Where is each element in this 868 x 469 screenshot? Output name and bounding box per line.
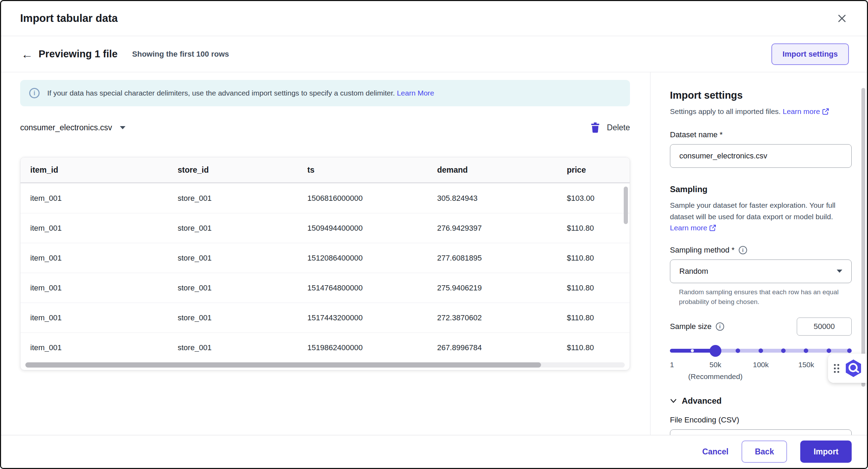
- sample-size-label: Sample size i: [670, 322, 724, 331]
- learn-more-label: Learn more: [670, 224, 707, 232]
- table-cell: $110.80: [567, 224, 620, 233]
- table-horizontal-scrollbar[interactable]: [25, 362, 541, 368]
- chevron-down-icon: [837, 270, 842, 273]
- table-row: item_001 store_001 1509494400000 276.942…: [21, 213, 630, 243]
- column-header: store_id: [178, 165, 307, 175]
- panel-title: Import settings: [670, 90, 852, 101]
- slider-step-dot: [736, 348, 740, 353]
- banner-learn-more-link[interactable]: Learn More: [397, 89, 434, 97]
- table-cell: 1514764800000: [308, 283, 437, 293]
- column-header: item_id: [30, 165, 178, 175]
- table-cell: 305.824943: [437, 194, 567, 203]
- table-cell: $103.00: [567, 194, 620, 203]
- sample-size-slider[interactable]: [670, 345, 852, 356]
- learn-more-label: Learn more: [783, 107, 820, 115]
- delete-label: Delete: [607, 123, 630, 132]
- sampling-method-select[interactable]: Random: [670, 260, 852, 283]
- advanced-label: Advanced: [682, 396, 722, 406]
- table-cell: $110.80: [567, 313, 620, 322]
- chevron-down-icon: [670, 398, 677, 404]
- chevron-down-icon: [120, 126, 125, 129]
- table-cell: store_001: [178, 283, 307, 293]
- back-arrow-icon[interactable]: ←: [21, 48, 33, 60]
- column-header: ts: [308, 165, 437, 175]
- table-row: item_001 store_001 1519862400000 267.899…: [21, 332, 630, 362]
- drag-handle-icon[interactable]: [834, 364, 839, 373]
- preview-table: item_id store_id ts demand price item_00…: [20, 157, 630, 370]
- dialog-title: Import tabular data: [20, 12, 118, 25]
- banner-text: If your data has special character delim…: [47, 89, 395, 97]
- info-icon[interactable]: i: [716, 322, 724, 331]
- table-row: item_001 store_001 1514764800000 275.940…: [21, 273, 630, 303]
- import-button[interactable]: Import: [800, 441, 852, 463]
- slider-thumb[interactable]: [710, 345, 721, 357]
- table-cell: store_001: [178, 313, 307, 322]
- dataset-name-input[interactable]: [670, 144, 852, 168]
- file-dropdown[interactable]: consumer_electronics.csv: [20, 123, 125, 132]
- file-bar: consumer_electronics.csv Delete: [20, 119, 630, 136]
- table-cell: store_001: [178, 194, 307, 203]
- banner-message: If your data has special character delim…: [47, 89, 434, 97]
- file-encoding-select[interactable]: UTF-8 encoding of Unicode (Default): [670, 429, 852, 435]
- delete-button[interactable]: Delete: [590, 122, 630, 133]
- panel-subtitle: Settings apply to all imported files. Le…: [670, 107, 852, 116]
- slider-step-dot: [847, 348, 852, 353]
- sample-size-input[interactable]: [797, 318, 852, 336]
- sample-size-row: Sample size i: [670, 318, 852, 336]
- table-cell: 275.9406219: [437, 283, 567, 293]
- sampling-heading: Sampling: [670, 184, 852, 194]
- table-row: item_001 store_001 1512086400000 277.608…: [21, 243, 630, 273]
- cancel-button[interactable]: Cancel: [702, 447, 728, 456]
- table-header-row: item_id store_id ts demand price: [21, 157, 630, 183]
- back-button[interactable]: Back: [742, 441, 787, 463]
- trash-icon: [590, 122, 600, 133]
- table-cell: $110.80: [567, 283, 620, 293]
- sampling-method-label-text: Sampling method *: [670, 246, 735, 255]
- table-cell: $110.80: [567, 343, 620, 352]
- table-row: item_001 store_001 1506816000000 305.824…: [21, 183, 630, 213]
- slider-step-dot: [827, 348, 831, 353]
- dialog-footer: Cancel Back Import: [1, 435, 867, 468]
- table-cell: store_001: [178, 224, 307, 233]
- file-encoding-label: File Encoding (CSV): [670, 415, 852, 425]
- amazon-q-widget[interactable]: [828, 354, 867, 383]
- column-header: demand: [437, 165, 567, 175]
- amazon-q-icon[interactable]: [844, 359, 863, 378]
- settings-learn-more-link[interactable]: Learn more: [783, 107, 829, 115]
- slider-step-marker: [691, 349, 694, 352]
- info-icon[interactable]: i: [739, 246, 747, 254]
- column-header: price: [567, 165, 620, 175]
- advanced-expander[interactable]: Advanced: [670, 396, 722, 406]
- sampling-method-value: Random: [679, 267, 708, 276]
- table-vertical-scrollbar[interactable]: [624, 187, 628, 224]
- table-cell: item_001: [30, 343, 178, 352]
- info-icon: i: [29, 88, 40, 98]
- table-cell: 1517443200000: [308, 313, 437, 322]
- tick-label: 50k: [710, 361, 721, 369]
- table-cell: store_001: [178, 254, 307, 263]
- table-cell: 272.3870602: [437, 313, 567, 322]
- sampling-description: Sample your dataset for faster explorati…: [670, 200, 852, 234]
- external-link-icon: [822, 108, 829, 115]
- table-cell: store_001: [178, 343, 307, 352]
- table-cell: 1506816000000: [308, 194, 437, 203]
- table-cell: item_001: [30, 254, 178, 263]
- import-settings-button[interactable]: Import settings: [771, 43, 849, 65]
- slider-step-dot: [804, 348, 808, 353]
- tick-label: 150k: [798, 361, 814, 369]
- table-cell: 276.9429397: [437, 224, 567, 233]
- table-horizontal-scrollbar-track: [25, 362, 625, 368]
- rows-note: Showing the first 100 rows: [132, 50, 229, 59]
- info-banner: i If your data has special character del…: [20, 80, 630, 106]
- recommended-note: (Recommended): [670, 372, 852, 381]
- table-cell: item_001: [30, 283, 178, 293]
- sampling-learn-more-link[interactable]: Learn more: [670, 224, 716, 232]
- table-cell: 1509494400000: [308, 224, 437, 233]
- panel-scrollbar[interactable]: [861, 88, 865, 387]
- table-cell: 1519862400000: [308, 343, 437, 352]
- preview-header: ← Previewing 1 file Showing the first 10…: [1, 36, 867, 72]
- slider-tick-labels: 1 50k 100k 150k 200k: [670, 361, 852, 370]
- file-name: consumer_electronics.csv: [20, 123, 112, 132]
- dialog-titlebar: Import tabular data: [1, 1, 867, 36]
- close-button[interactable]: [834, 11, 850, 26]
